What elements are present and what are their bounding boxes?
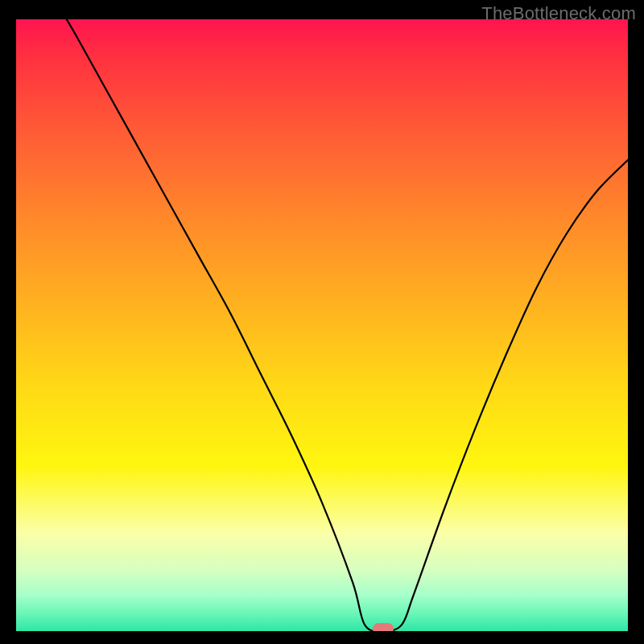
plot-area [16,19,628,631]
chart-frame: TheBottleneck.com [0,0,644,644]
bottleneck-curve [16,19,628,631]
optimal-point-marker [373,623,394,631]
watermark-text: TheBottleneck.com [481,3,636,24]
